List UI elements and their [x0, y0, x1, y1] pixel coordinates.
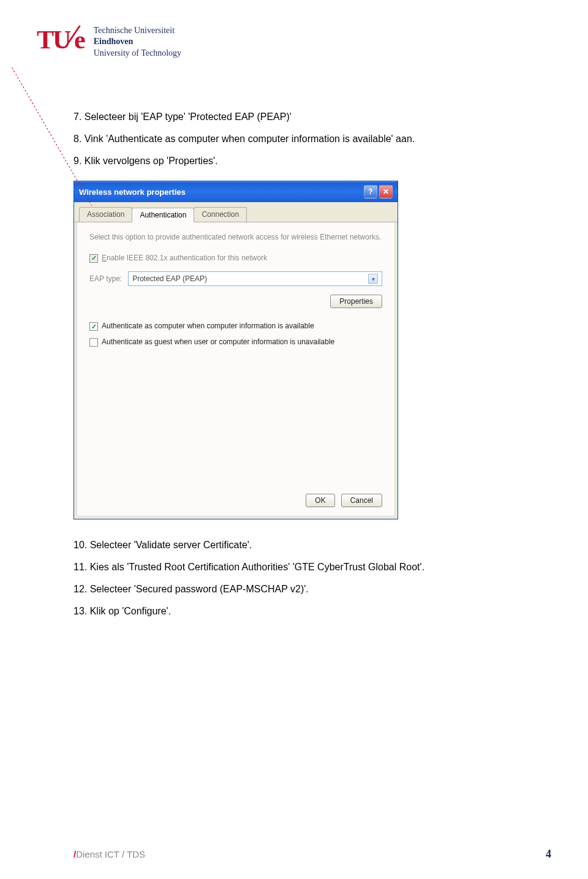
footer-text: Dienst ICT / TDS — [76, 849, 145, 859]
dialog-titlebar: Wireless network properties ? ✕ — [74, 181, 398, 202]
document-footer: /Dienst ICT / TDS 4 — [74, 848, 551, 861]
step-12: 12. Selecteer 'Secured password (EAP-MSC… — [74, 582, 478, 597]
eap-type-value: Protected EAP (PEAP) — [132, 274, 207, 283]
tab-connection[interactable]: Connection — [194, 207, 247, 222]
logo-line1: Technische Universiteit — [94, 25, 181, 36]
dialog-body: Select this option to provide authentica… — [77, 222, 395, 516]
tab-authentication[interactable]: Authentication — [132, 208, 194, 222]
chevron-down-icon: ▾ — [368, 274, 378, 284]
auth-as-guest-checkbox[interactable] — [89, 338, 98, 347]
tue-logo: TU / e Technische Universiteit Eindhoven… — [37, 18, 181, 61]
eap-type-label: EAP type: — [89, 274, 122, 283]
dialog-title: Wireless network properties — [79, 187, 186, 197]
logo-subtitle: Technische Universiteit Eindhoven Univer… — [94, 25, 181, 59]
ok-button[interactable]: OK — [306, 494, 334, 507]
logo-line2: Eindhoven — [94, 36, 181, 47]
close-icon: ✕ — [383, 187, 389, 196]
step-9: 9. Klik vervolgens op 'Properties'. — [74, 154, 478, 168]
step-8: 8. Vink 'Authenticate as computer when c… — [74, 132, 478, 146]
close-button[interactable]: ✕ — [379, 185, 393, 198]
auth-as-guest-label: Authenticate as guest when user or compu… — [102, 338, 334, 347]
properties-button[interactable]: Properties — [330, 295, 382, 308]
step-10: 10. Selecteer 'Validate server Certifica… — [74, 538, 478, 553]
dialog-tabs: Association Authentication Connection — [74, 202, 398, 222]
eap-type-select[interactable]: Protected EAP (PEAP) ▾ — [128, 271, 382, 286]
help-button[interactable]: ? — [364, 185, 377, 198]
cancel-button[interactable]: Cancel — [341, 494, 382, 507]
step-11: 11. Kies als 'Trusted Root Certification… — [74, 560, 478, 575]
tab-association[interactable]: Association — [79, 207, 132, 222]
auth-as-computer-checkbox[interactable] — [89, 322, 98, 331]
document-header: TU / e Technische Universiteit Eindhoven… — [0, 0, 588, 61]
wireless-properties-dialog: Wireless network properties ? ✕ Associat… — [74, 181, 398, 519]
help-icon: ? — [368, 187, 372, 196]
auth-as-computer-label: Authenticate as computer when computer i… — [102, 322, 314, 331]
enable-8021x-checkbox[interactable] — [89, 254, 98, 263]
document-body: 7. Selecteer bij 'EAP type' 'Protected E… — [0, 61, 478, 619]
page-number: 4 — [546, 848, 551, 861]
step-7: 7. Selecteer bij 'EAP type' 'Protected E… — [74, 110, 478, 124]
dialog-instruction: Select this option to provide authentica… — [89, 232, 382, 243]
step-13: 13. Klik op 'Configure'. — [74, 604, 478, 619]
enable-8021x-label: Enable IEEE 802.1x authentication for th… — [102, 254, 267, 263]
logo-line3: University of Technology — [94, 48, 181, 59]
